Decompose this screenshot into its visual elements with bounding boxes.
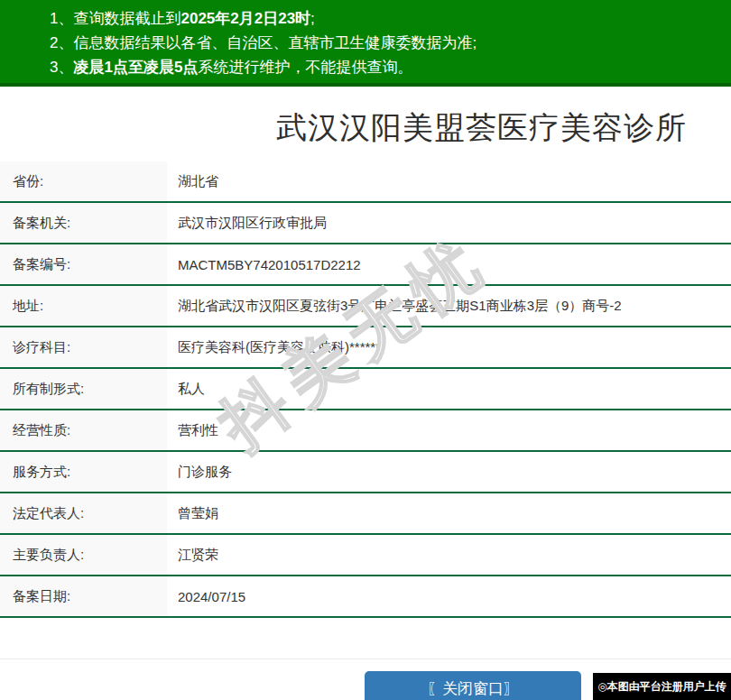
table-row: 备案日期:2024/07/15 xyxy=(0,576,731,618)
row-label: 主要负责人: xyxy=(0,535,167,575)
row-value: 营利性 xyxy=(167,410,731,450)
row-value: 武汉市汉阳区行政审批局 xyxy=(167,203,731,243)
notice-number: 1、 xyxy=(50,10,73,27)
row-label: 备案日期: xyxy=(0,576,167,616)
notice-line: 3、凌晨1点至凌晨5点系统进行维护，不能提供查询。 xyxy=(50,55,731,79)
table-row: 省份:湖北省 xyxy=(0,161,731,203)
notice-text: ; xyxy=(310,10,315,27)
row-value: 门诊服务 xyxy=(167,452,731,492)
notice-list: 1、查询数据截止到2025年2月2日23时;2、信息数据结果以各省、自治区、直辖… xyxy=(50,6,731,79)
row-label: 备案机关: xyxy=(0,203,167,243)
table-row: 备案编号:MACTM5BY742010517D2212 xyxy=(0,244,731,286)
notice-line: 2、信息数据结果以各省、自治区、直辖市卫生健康委数据为准; xyxy=(50,31,731,55)
row-label: 省份: xyxy=(0,161,167,201)
row-label: 备案编号: xyxy=(0,244,167,284)
row-value: 湖北省 xyxy=(167,161,731,201)
info-table: 省份:湖北省备案机关:武汉市汉阳区行政审批局备案编号:MACTM5BY74201… xyxy=(0,161,731,618)
table-row: 地址:湖北省武汉市汉阳区夏弦街3号广电兰亭盛荟三期S1商业栋3层（9）商号-2 xyxy=(0,286,731,327)
notice-line: 1、查询数据截止到2025年2月2日23时; xyxy=(50,6,731,31)
page-title: 武汉汉阳美盟荟医疗美容诊所 xyxy=(276,108,687,146)
row-value: 曾莹娟 xyxy=(167,493,731,533)
upload-note-badge: ◎本图由平台注册用户上传 xyxy=(593,673,731,700)
table-row: 所有制形式:私人 xyxy=(0,369,731,410)
row-label: 经营性质: xyxy=(0,410,167,450)
close-window-button[interactable]: 〖关闭窗口〗 xyxy=(365,671,581,700)
notice-bar: 1、查询数据截止到2025年2月2日23时;2、信息数据结果以各省、自治区、直辖… xyxy=(0,0,731,87)
table-row: 主要负责人:江贤荣 xyxy=(0,535,731,576)
row-value: MACTM5BY742010517D2212 xyxy=(167,244,731,284)
row-value: 2024/07/15 xyxy=(167,576,731,616)
table-row: 备案机关:武汉市汉阳区行政审批局 xyxy=(0,203,731,244)
row-value: 医疗美容科(医疗美容皮肤科)****** xyxy=(167,327,731,367)
row-label: 所有制形式: xyxy=(0,369,167,409)
table-row: 经营性质:营利性 xyxy=(0,410,731,452)
row-label: 服务方式: xyxy=(0,452,167,492)
notice-text: 查询数据截止到 xyxy=(73,10,180,27)
notice-text: 信息数据结果以各省、自治区、直辖市卫生健康委数据为准; xyxy=(73,34,477,51)
row-label: 地址: xyxy=(0,286,167,326)
notice-number: 2、 xyxy=(50,34,73,51)
notice-number: 3、 xyxy=(50,59,73,76)
table-row: 服务方式:门诊服务 xyxy=(0,452,731,493)
table-row: 法定代表人:曾莹娟 xyxy=(0,493,731,535)
notice-text: 2025年2月2日23时 xyxy=(180,10,310,27)
row-label: 法定代表人: xyxy=(0,493,167,533)
row-value: 江贤荣 xyxy=(167,535,731,575)
row-label: 诊疗科目: xyxy=(0,327,167,367)
notice-text: 系统进行维护，不能提供查询。 xyxy=(198,59,412,76)
row-value: 湖北省武汉市汉阳区夏弦街3号广电兰亭盛荟三期S1商业栋3层（9）商号-2 xyxy=(167,286,731,326)
query-result-page: 1、查询数据截止到2025年2月2日23时;2、信息数据结果以各省、自治区、直辖… xyxy=(0,0,731,700)
notice-text: 凌晨1点至凌晨5点 xyxy=(73,59,198,76)
row-value: 私人 xyxy=(167,369,731,409)
table-row: 诊疗科目:医疗美容科(医疗美容皮肤科)****** xyxy=(0,327,731,369)
footer-separator xyxy=(0,659,731,659)
